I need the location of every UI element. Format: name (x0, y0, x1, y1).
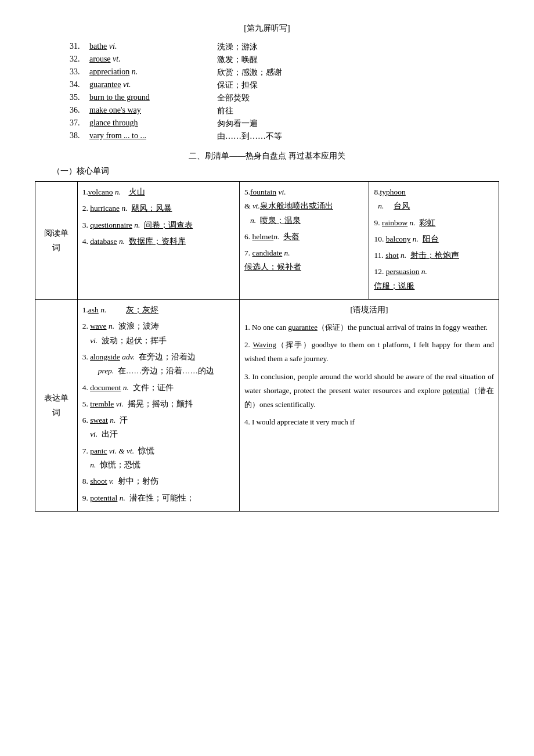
vocab-item: 2. wave n. 波浪；波涛 vi. 波动；起伏；挥手 (82, 319, 234, 348)
context-p4: 4. I would appreciate it very much if (244, 415, 494, 429)
vocab-item: 9. rainbow n. 彩虹 (374, 216, 494, 230)
vocab-item: 3. questionnaire n. 问卷；调查表 (82, 218, 234, 232)
vocab-row: 34.guarantee vt.保证；担保 (70, 79, 534, 92)
vocab-meaning: 洗澡；游泳 (215, 41, 534, 53)
vocab-item: 9. potential n. 潜在性；可能性； (82, 491, 234, 505)
context-p3: 3. In conclusion, people around the worl… (244, 370, 494, 412)
vocab-meaning: 由……到……不等 (215, 130, 534, 143)
vocab-meaning: 全部焚毁 (215, 92, 534, 105)
vocab-item: 6. sweat n. 汗 vi. 出汗 (82, 413, 234, 442)
vocab-item: 1.ash n. 灰；灰烬 (82, 303, 234, 317)
vocab-num: 31. (70, 41, 87, 53)
vocab-row: 35.burn to the ground全部焚毁 (70, 92, 534, 105)
context-p1: 1. No one can guarantee（保证）the punctual … (244, 321, 494, 334)
section-title: [第九屏听写] (35, 23, 499, 34)
vocab-item: 4. database n. 数据库；资料库 (82, 235, 234, 249)
vocab-row: 37.glance through匆匆看一遍 (70, 117, 534, 130)
vocab-item: 8. shoot v. 射中；射伤 (82, 474, 234, 488)
vocab-word: appreciation n. (87, 66, 215, 79)
vocab-word: guarantee vt. (87, 79, 215, 92)
reading-mid-col: 5.fountain vi. & vt.泉水般地喷出或涌出 n. 喷泉；温泉 6… (239, 182, 369, 300)
reading-label-cell: 阅读单词 (35, 182, 78, 300)
vocab-item: 7. candidate n. 候选人；候补者 (244, 246, 364, 275)
vocab-meaning: 欣赏；感激；感谢 (215, 66, 534, 79)
vocab-meaning: 激发；唤醒 (215, 53, 534, 66)
vocab-row: 32.arouse vt.激发；唤醒 (70, 53, 534, 66)
reading-right-col: 8.typhoon n. 台风 9. rainbow n. 彩虹 10. bal… (369, 182, 499, 300)
vocab-num: 36. (70, 105, 87, 117)
vocab-table: 31.bathe vi.洗澡；游泳32.arouse vt.激发；唤醒33.ap… (70, 41, 534, 143)
context-label: [语境活用] (244, 303, 494, 317)
vocab-num: 32. (70, 53, 87, 66)
vocab-item: 7. panic vi. & vt. 惊慌 n. 惊慌；恐慌 (82, 444, 234, 473)
vocab-word: make one's way (87, 105, 215, 117)
vocab-item: 6. helmetn. 头盔 (244, 230, 364, 244)
numbered-vocab-section: 31.bathe vi.洗澡；游泳32.arouse vt.激发；唤醒33.ap… (35, 41, 499, 143)
vocab-meaning: 前往 (215, 105, 534, 117)
vocab-num: 38. (70, 130, 87, 143)
context-col: [语境活用] 1. No one can guarantee（保证）the pu… (239, 300, 499, 512)
vocab-row: 31.bathe vi.洗澡；游泳 (70, 41, 534, 53)
reading-left-col: 1.volcano n. 火山 2. hurricane n. 飓风；风暴 3.… (77, 182, 239, 300)
vocab-meaning: 保证；担保 (215, 79, 534, 92)
vocab-row: 33.appreciation n.欣赏；感激；感谢 (70, 66, 534, 79)
expression-words-row: 表达单词 1.ash n. 灰；灰烬 2. wave n. 波浪；波涛 vi. … (35, 300, 499, 512)
vocab-item: 5.fountain vi. & vt.泉水般地喷出或涌出 n. 喷泉；温泉 (244, 185, 364, 228)
vocab-row: 36.make one's way前往 (70, 105, 534, 117)
vocab-item: 12. persuasion n. 信服；说服 (374, 265, 494, 293)
vocab-item: 1.volcano n. 火山 (82, 185, 234, 199)
reading-words-row: 阅读单词 1.volcano n. 火山 2. hurricane n. 飓风；… (35, 182, 499, 300)
vocab-word: burn to the ground (87, 92, 215, 105)
main-vocab-table: 阅读单词 1.volcano n. 火山 2. hurricane n. 飓风；… (35, 181, 499, 512)
vocab-item: 8.typhoon n. 台风 (374, 185, 494, 214)
vocab-word: vary from ... to ... (87, 130, 215, 143)
section2-header: 二、刷清单——热身自盘点 再过基本应用关 (35, 151, 499, 161)
vocab-item: 10. balcony n. 阳台 (374, 232, 494, 246)
vocab-row: 38.vary from ... to ...由……到……不等 (70, 130, 534, 143)
expr-left-col: 1.ash n. 灰；灰烬 2. wave n. 波浪；波涛 vi. 波动；起伏… (77, 300, 239, 512)
vocab-meaning: 匆匆看一遍 (215, 117, 534, 130)
vocab-item: 4. document n. 文件；证件 (82, 381, 234, 395)
vocab-word: glance through (87, 117, 215, 130)
vocab-item: 3. alongside adv. 在旁边；沿着边 prep. 在……旁边；沿着… (82, 350, 234, 379)
vocab-num: 35. (70, 92, 87, 105)
context-text: 1. No one can guarantee（保证）the punctual … (244, 321, 494, 429)
vocab-num: 34. (70, 79, 87, 92)
vocab-num: 33. (70, 66, 87, 79)
vocab-item: 11. shot n. 射击；枪炮声 (374, 249, 494, 262)
vocab-word: arouse vt. (87, 53, 215, 66)
vocab-item: 2. hurricane n. 飓风；风暴 (82, 201, 234, 215)
context-p2: 2. Waving（挥手）goodbye to them on t platfo… (244, 338, 494, 366)
subsection1-header: （一）核心单词 (52, 166, 499, 177)
expr-label-cell: 表达单词 (35, 300, 78, 512)
vocab-num: 37. (70, 117, 87, 130)
vocab-item: 5. tremble vi. 摇晃；摇动；颤抖 (82, 397, 234, 411)
vocab-word: bathe vi. (87, 41, 215, 53)
